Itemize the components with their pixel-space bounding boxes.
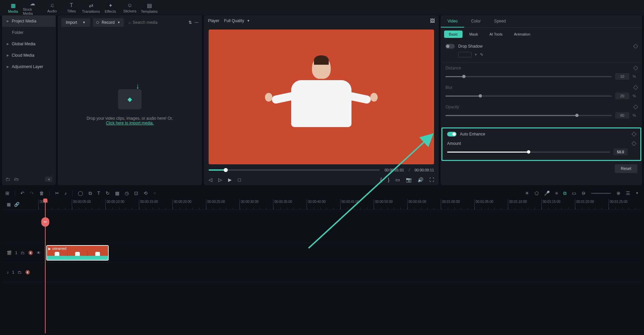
fit-icon[interactable]: ⊡	[134, 190, 138, 196]
blur-slider[interactable]	[445, 96, 612, 97]
mic-icon[interactable]: 🎤	[544, 190, 550, 196]
timeline-menu-icon[interactable]: ▦	[7, 202, 11, 207]
opacity-slider[interactable]	[445, 115, 612, 116]
quality-selector[interactable]: Full Quality▼	[224, 18, 250, 23]
playhead[interactable]: ✂	[45, 199, 46, 333]
link-tool-icon[interactable]: ⟲	[144, 190, 148, 196]
props-subtab-mask[interactable]: Mask	[465, 31, 483, 38]
crop-icon[interactable]: ⧉	[89, 190, 92, 196]
tab-stock-media[interactable]: ☁Stock Media	[23, 0, 42, 15]
props-tab-color[interactable]: Color	[464, 15, 487, 27]
video-track[interactable]: 🎬1 🗀 🔇 👁 ▶unnamed	[2, 243, 642, 262]
props-subtab-basic[interactable]: Basic	[444, 31, 463, 38]
tab-effects[interactable]: ✦Effects	[101, 0, 120, 15]
list-view-icon[interactable]: ☰	[626, 190, 630, 196]
keyframe-icon[interactable]	[633, 66, 638, 70]
mark-in-icon[interactable]: {	[380, 177, 382, 182]
tab-templates[interactable]: ▤Templates	[140, 0, 159, 15]
import-button[interactable]: Import▼	[61, 18, 90, 27]
tag-icon[interactable]: ◯	[78, 190, 83, 196]
collapse-sidebar-button[interactable]: ◄	[45, 177, 52, 182]
props-subtab-ai-tools[interactable]: AI Tools	[485, 31, 507, 38]
distance-slider[interactable]	[445, 76, 612, 77]
more-icon[interactable]: ⋯	[195, 20, 199, 25]
fullscreen-icon[interactable]: ⛶	[429, 177, 434, 182]
eyedropper-icon[interactable]: ✎	[480, 52, 483, 57]
enhance-icon[interactable]: ✧	[153, 190, 157, 196]
tab-transitions[interactable]: ⇄Transitions	[81, 0, 101, 15]
sidebar-cloud-media[interactable]: ▶Cloud Media	[2, 50, 56, 61]
track-icon[interactable]: ▦	[115, 190, 119, 196]
volume-icon[interactable]: 🔊	[418, 177, 423, 182]
scissors-icon[interactable]: ✂	[41, 217, 49, 227]
track-visibility-icon[interactable]: 👁	[37, 250, 41, 255]
keyframe-icon[interactable]	[633, 85, 638, 90]
record-button[interactable]: Record▼	[93, 18, 124, 27]
audio-tool-icon[interactable]: ♪	[64, 190, 67, 196]
snapshot-icon[interactable]: 🖼	[430, 18, 435, 23]
tab-titles[interactable]: TTitles	[62, 0, 81, 15]
track-mute-icon[interactable]: 🔇	[28, 250, 33, 255]
search-input[interactable]	[133, 20, 184, 25]
filter-icon[interactable]: ⇅	[189, 20, 192, 25]
sidebar-adjustment-layer[interactable]: ▶Adjustment Layer	[2, 61, 56, 72]
time-ruler[interactable]: ✂ 00:0000:00:05:0000:00:10:0000:00:15:00…	[38, 199, 642, 209]
zoom-slider[interactable]	[591, 193, 611, 194]
auto-enhance-toggle[interactable]	[447, 132, 457, 136]
chevron-down-icon[interactable]: ▼	[636, 191, 639, 195]
amount-slider[interactable]	[447, 152, 610, 153]
rotate-icon[interactable]: ↻	[106, 190, 110, 196]
bin-icon[interactable]: 🗀	[5, 176, 10, 182]
delete-icon[interactable]: 🗑	[39, 190, 44, 196]
import-media-link[interactable]: Click here to import media.	[106, 121, 154, 125]
grid-icon[interactable]: ⊞	[5, 190, 9, 196]
sidebar-folder[interactable]: Folder	[2, 27, 56, 38]
track-folder-icon[interactable]: 🗀	[18, 270, 22, 275]
subtitle-icon[interactable]: ≡	[555, 190, 558, 196]
time-icon[interactable]: ◷	[125, 190, 129, 196]
distance-value[interactable]: 10	[615, 73, 629, 80]
play-icon[interactable]: ▶	[228, 177, 232, 182]
search-box[interactable]: ⌕	[126, 18, 186, 27]
play-pause-icon[interactable]: ▷	[218, 177, 222, 182]
seek-bar[interactable]	[209, 169, 380, 171]
video-preview[interactable]	[209, 30, 434, 164]
marker-tool-icon[interactable]: ▭	[572, 190, 576, 196]
magnet-icon[interactable]: ⧉	[563, 190, 567, 196]
tab-stickers[interactable]: ☺Stickers	[120, 0, 140, 15]
sidebar-project-media[interactable]: ▶Project Media	[2, 15, 56, 27]
shadow-color-swatch[interactable]	[458, 52, 472, 57]
tab-media[interactable]: ▦Media	[3, 0, 23, 15]
drop-shadow-toggle[interactable]	[445, 44, 455, 49]
track-folder-icon[interactable]: 🗀	[21, 250, 25, 255]
shield-icon[interactable]: ⬠	[535, 190, 539, 196]
zoom-out-icon[interactable]: ⊖	[582, 190, 586, 196]
mark-out-icon[interactable]: }	[388, 177, 389, 182]
media-drop-zone[interactable]: ◆ Drop your video clips, images, or audi…	[58, 30, 202, 185]
new-folder-icon[interactable]: 🗁	[14, 176, 19, 182]
link-icon[interactable]: 🔗	[14, 202, 19, 207]
video-clip[interactable]: ▶unnamed	[46, 245, 109, 261]
opacity-value[interactable]: 80	[615, 112, 629, 119]
zoom-in-icon[interactable]: ⊕	[616, 190, 621, 196]
props-subtab-animation[interactable]: Animation	[509, 31, 535, 38]
keyframe-icon[interactable]	[632, 132, 636, 136]
props-tab-speed[interactable]: Speed	[487, 15, 513, 27]
amount-value[interactable]: 50.0	[613, 149, 628, 155]
props-tab-video[interactable]: Video	[441, 15, 464, 27]
redo-icon[interactable]: ↷	[30, 190, 34, 196]
tab-audio[interactable]: ♫Audio	[42, 0, 62, 15]
audio-track[interactable]: ♪1 🗀 🔇	[2, 262, 642, 282]
keyframe-icon[interactable]	[633, 105, 638, 109]
cut-icon[interactable]: ✂	[55, 190, 59, 196]
track-mute-icon[interactable]: 🔇	[25, 270, 30, 275]
reset-button[interactable]: Reset	[615, 164, 637, 173]
text-tool-icon[interactable]: T	[97, 190, 100, 196]
prev-frame-icon[interactable]: ◁	[209, 177, 212, 182]
brightness-icon[interactable]: ☀	[525, 190, 529, 196]
sidebar-global-media[interactable]: ▶Global Media	[2, 38, 56, 50]
stop-icon[interactable]: □	[238, 177, 240, 182]
display-icon[interactable]: ▭	[395, 177, 400, 182]
blur-value[interactable]: 20	[615, 93, 629, 99]
keyframe-icon[interactable]	[632, 141, 636, 146]
